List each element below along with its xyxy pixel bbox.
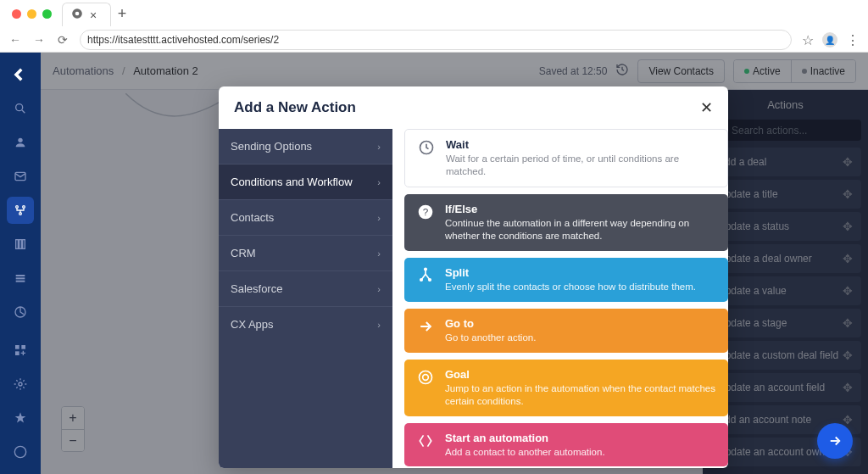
category-label: Salesforce: [231, 282, 282, 295]
category-list: Sending Options›Conditions and Workflow›…: [219, 129, 392, 468]
favorites-icon[interactable]: [7, 404, 34, 432]
svg-rect-9: [19, 240, 22, 249]
close-icon[interactable]: ✕: [700, 98, 713, 117]
lists-icon[interactable]: [7, 265, 34, 292]
svg-point-25: [420, 279, 423, 282]
option-split[interactable]: SplitEvenly split the contacts or choose…: [404, 258, 728, 302]
category-item[interactable]: Sending Options›: [219, 129, 392, 164]
svg-point-24: [425, 268, 427, 270]
left-nav-rail: [0, 53, 41, 474]
option-description: Go to another action.: [445, 332, 536, 344]
option-title: Start an automation: [445, 432, 605, 444]
new-tab-button[interactable]: +: [111, 3, 133, 25]
goal-icon: [416, 368, 435, 387]
chevron-right-icon: ›: [377, 142, 381, 152]
category-label: CRM: [231, 247, 256, 259]
address-bar[interactable]: https://itsatestttt.activehosted.com/ser…: [80, 30, 792, 50]
option-title: Go to: [445, 317, 536, 330]
svg-point-7: [19, 213, 22, 215]
chevron-right-icon: ›: [377, 320, 381, 330]
option-description: Add a contact to another automation.: [445, 446, 605, 459]
add-action-modal: Add a New Action ✕ Sending Options›Condi…: [219, 86, 728, 468]
url-text: https://itsatestttt.activehosted.com/ser…: [87, 34, 279, 46]
option-description: Jump to an action in the automation when…: [445, 382, 716, 408]
svg-rect-13: [16, 281, 25, 282]
option-ifelse[interactable]: ?If/ElseContinue the automation in a dif…: [404, 194, 728, 251]
category-item[interactable]: Contacts›: [219, 199, 392, 235]
automations-icon[interactable]: [7, 197, 34, 224]
svg-point-6: [23, 206, 25, 209]
ifelse-icon: ?: [416, 203, 435, 221]
svg-rect-12: [16, 277, 25, 279]
svg-point-27: [420, 371, 432, 383]
app-root: Automations / Automation 2 Saved at 12:5…: [0, 53, 868, 474]
campaigns-icon[interactable]: [7, 163, 34, 190]
browser-chrome: × + ← → ⟳ https://itsatestttt.activehost…: [0, 0, 868, 53]
maximize-window[interactable]: [42, 9, 52, 19]
option-title: Goal: [445, 368, 716, 381]
close-tab-icon[interactable]: ×: [90, 8, 102, 20]
minimize-window[interactable]: [27, 9, 36, 19]
apps-icon[interactable]: [7, 337, 34, 364]
chevron-right-icon: ›: [377, 213, 381, 223]
assistant-fab[interactable]: [817, 423, 853, 459]
forward-button[interactable]: →: [32, 33, 46, 47]
help-icon[interactable]: [7, 438, 34, 466]
option-title: If/Else: [445, 203, 716, 215]
chevron-right-icon: ›: [377, 177, 381, 187]
option-goto[interactable]: Go toGo to another action.: [404, 309, 728, 353]
window-controls: [12, 9, 52, 19]
svg-rect-15: [15, 345, 19, 349]
svg-point-28: [423, 374, 429, 380]
back-button[interactable]: ←: [8, 33, 22, 47]
bookmark-icon[interactable]: ☆: [802, 32, 814, 48]
svg-rect-10: [23, 240, 25, 249]
svg-point-3: [18, 138, 22, 142]
category-label: Contacts: [231, 211, 274, 224]
category-item[interactable]: CX Apps›: [219, 306, 392, 342]
menu-icon[interactable]: ⋮: [846, 32, 860, 48]
category-item[interactable]: Salesforce›: [219, 270, 392, 306]
option-description: Wait for a certain period of time, or un…: [446, 153, 715, 178]
start-icon: [416, 432, 435, 450]
category-label: Conditions and Workflow: [231, 176, 353, 188]
svg-point-2: [16, 104, 23, 111]
svg-point-5: [16, 206, 19, 209]
option-wait[interactable]: WaitWait for a certain period of time, o…: [404, 129, 728, 187]
svg-point-19: [14, 446, 25, 457]
svg-point-26: [429, 279, 431, 282]
reports-icon[interactable]: [7, 298, 34, 326]
main-area: Automations / Automation 2 Saved at 12:5…: [41, 53, 868, 474]
search-icon[interactable]: [7, 95, 34, 122]
option-start[interactable]: Start an automationAdd a contact to anot…: [404, 423, 728, 467]
option-goal[interactable]: GoalJump to an action in the automation …: [404, 360, 728, 416]
svg-point-18: [19, 382, 22, 386]
contacts-icon[interactable]: [7, 129, 34, 156]
split-icon: [416, 266, 435, 285]
option-description: Continue the automation in a different w…: [445, 217, 716, 243]
goto-icon: [416, 317, 435, 336]
close-window[interactable]: [12, 9, 21, 19]
browser-tab[interactable]: ×: [62, 3, 111, 26]
category-item[interactable]: CRM›: [219, 235, 392, 270]
option-description: Evenly split the contacts or choose how …: [445, 281, 696, 293]
option-list: WaitWait for a certain period of time, o…: [392, 129, 728, 468]
chevron-right-icon: ›: [377, 248, 381, 259]
option-title: Split: [445, 266, 696, 279]
modal-title: Add a New Action: [234, 99, 356, 116]
svg-rect-11: [16, 275, 25, 276]
profile-icon[interactable]: 👤: [822, 32, 837, 47]
deals-icon[interactable]: [7, 231, 34, 258]
settings-icon[interactable]: [7, 371, 34, 398]
wait-icon: [417, 138, 436, 157]
chevron-right-icon: ›: [377, 284, 381, 294]
svg-rect-16: [21, 345, 25, 349]
svg-point-1: [75, 11, 80, 15]
svg-rect-17: [15, 351, 19, 355]
category-item[interactable]: Conditions and Workflow›: [219, 164, 392, 199]
category-label: CX Apps: [231, 318, 274, 331]
svg-text:?: ?: [423, 206, 429, 217]
logo-icon[interactable]: [7, 61, 34, 88]
reload-button[interactable]: ⟳: [56, 33, 70, 47]
category-label: Sending Options: [231, 140, 312, 153]
